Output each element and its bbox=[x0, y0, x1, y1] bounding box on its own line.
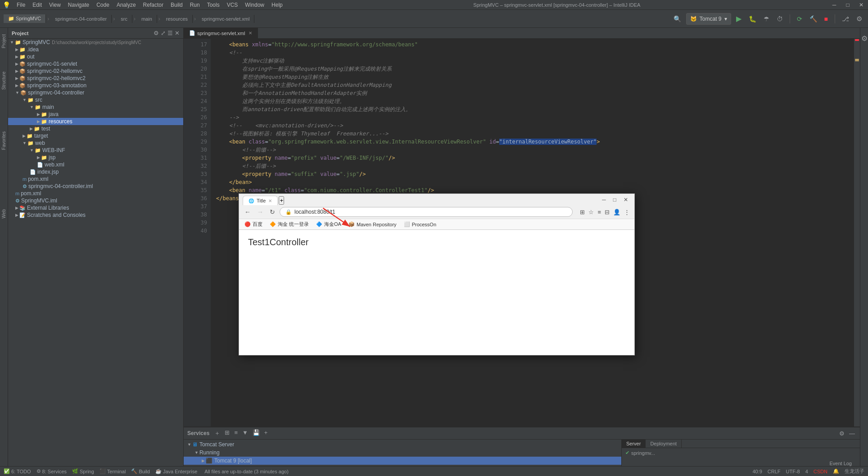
cast-button[interactable]: ⊞ bbox=[579, 208, 586, 216]
tree-item-s03[interactable]: ▶ 📦 springmvc-03-annotation bbox=[8, 82, 183, 89]
tree-item-s02[interactable]: ▶ 📦 springmvc-02-hellomvc bbox=[8, 67, 183, 75]
tab-close-icon[interactable]: ✕ bbox=[249, 31, 252, 36]
svc-tomcat9-local[interactable]: ▶ ⬛ Tomcat 9 [local] bbox=[184, 457, 621, 465]
cursor-position[interactable]: 40:9 bbox=[752, 469, 762, 474]
browser-close[interactable]: ✕ bbox=[621, 197, 631, 203]
bookmark-maven[interactable]: 📦 Maven Repository bbox=[347, 220, 398, 228]
menu-navigate[interactable]: Navigate bbox=[64, 1, 93, 9]
tree-item-test[interactable]: ▶ 📁 test bbox=[8, 125, 183, 132]
tree-item-pom2[interactable]: m pom.xml bbox=[8, 190, 183, 197]
maximize-button[interactable]: □ bbox=[841, 0, 854, 10]
browser-active-tab[interactable]: 🌐 Title ✕ bbox=[243, 196, 278, 205]
bookmark-processon[interactable]: ⬜ ProcessOn bbox=[402, 220, 438, 228]
menu-run[interactable]: Run bbox=[186, 1, 203, 9]
tree-item-pom1[interactable]: m pom.xml bbox=[8, 175, 183, 183]
close-button[interactable]: ✕ bbox=[854, 0, 868, 10]
editor-tab-springmvc-servlet[interactable]: 📄 springmvc-servlet.xml ✕ bbox=[184, 28, 258, 38]
browser-tab-close[interactable]: ✕ bbox=[268, 198, 272, 203]
tree-item-webinf[interactable]: ▼ 📁 WEB-INF bbox=[8, 147, 183, 154]
web-label[interactable]: Web bbox=[0, 207, 7, 221]
project-tab[interactable]: 📁 SpringMVC bbox=[4, 14, 46, 23]
project-panel-label[interactable]: Project bbox=[0, 31, 7, 51]
tree-item-src[interactable]: ▼ 📁 src bbox=[8, 96, 183, 103]
search-everywhere-button[interactable]: 🔍 bbox=[671, 14, 683, 24]
indent-size[interactable]: 4 bbox=[805, 469, 808, 474]
breadcrumb-file[interactable]: springmvc-servlet.xml bbox=[197, 15, 254, 23]
reload-button[interactable]: ↻ bbox=[268, 207, 277, 216]
line-ending[interactable]: CRLF bbox=[768, 469, 781, 474]
svc-settings-btn[interactable]: ⚙ bbox=[838, 430, 846, 437]
todo-label[interactable]: ✅ 6: TODO bbox=[4, 468, 31, 474]
tree-item-target[interactable]: ▶ 📁 target bbox=[8, 132, 183, 139]
menu-build[interactable]: Build bbox=[167, 1, 186, 9]
breadcrumb-module[interactable]: springmvc-04-controller bbox=[50, 15, 112, 23]
tree-item-extlib[interactable]: ▶ 📚 External Libraries bbox=[8, 204, 183, 211]
bookmark-haijin[interactable]: 🔷 海金OA bbox=[314, 220, 343, 229]
menu-edit[interactable]: Edit bbox=[29, 1, 45, 9]
menu-window[interactable]: Window bbox=[241, 1, 268, 9]
notification-icon[interactable]: 🔔 bbox=[833, 468, 839, 474]
sidebar-settings-icon[interactable]: ⚙ bbox=[154, 30, 159, 36]
tree-item-jsp[interactable]: ▶ 📁 jsp bbox=[8, 154, 183, 161]
tree-item-s02b[interactable]: ▶ 📦 springmvc-02-hellomvc2 bbox=[8, 75, 183, 82]
breadcrumb-main[interactable]: main bbox=[137, 15, 157, 23]
svc-add-btn[interactable]: ＋ bbox=[213, 429, 222, 438]
terminal-label[interactable]: ⬛ Terminal bbox=[99, 468, 126, 474]
menu-vcs[interactable]: VCS bbox=[223, 1, 242, 9]
breadcrumb-resources[interactable]: resources bbox=[162, 15, 193, 23]
svc-plus-btn[interactable]: + bbox=[263, 429, 269, 438]
sidebar-close-icon[interactable]: ✕ bbox=[175, 30, 180, 36]
services-status-label[interactable]: ⚙ 8: Services bbox=[36, 468, 67, 474]
bookmark-button[interactable]: ☆ bbox=[588, 208, 595, 216]
address-bar[interactable]: 🔒 localhost:8080/t1 bbox=[280, 207, 573, 217]
deploy-tab-deployment[interactable]: Deployment bbox=[646, 440, 682, 448]
git-button[interactable]: ⎇ bbox=[840, 14, 851, 24]
new-tab-button[interactable]: + bbox=[279, 196, 284, 205]
encoding[interactable]: UTF-8 bbox=[786, 469, 800, 474]
back-button[interactable]: ← bbox=[243, 207, 253, 216]
update-button[interactable]: ⟳ bbox=[795, 14, 805, 24]
split-screen-button[interactable]: ⊟ bbox=[604, 208, 610, 216]
breadcrumb-src[interactable]: src bbox=[116, 15, 132, 23]
java-enterprise-label[interactable]: ☕ Java Enterprise bbox=[155, 468, 197, 474]
tree-item-web[interactable]: ▼ 📁 web bbox=[8, 139, 183, 147]
menu-view[interactable]: View bbox=[45, 1, 64, 9]
coverage-button[interactable]: ☂ bbox=[761, 14, 772, 24]
tree-root[interactable]: ▼ 📁 SpringMVC D:\chaochao\work\projects\… bbox=[8, 39, 183, 46]
build-label[interactable]: 🔨 Build bbox=[131, 468, 149, 474]
settings-button[interactable]: ⚙ bbox=[854, 13, 864, 24]
tree-item-iml1[interactable]: ⚙ springmvc-04-controller.iml bbox=[8, 183, 183, 190]
forward-button[interactable]: → bbox=[255, 207, 265, 216]
tomcat-run-config[interactable]: 🐱 Tomcat 9 ▾ bbox=[686, 13, 731, 25]
favorites-label[interactable]: Favorites bbox=[0, 129, 7, 153]
stop-button[interactable]: ■ bbox=[822, 14, 830, 24]
spring-label[interactable]: 🌿 Spring bbox=[72, 468, 94, 474]
minimize-button[interactable]: ─ bbox=[827, 0, 841, 10]
profile-button[interactable]: 👤 bbox=[612, 208, 621, 216]
deploy-tab-server[interactable]: Server bbox=[622, 440, 646, 448]
tree-item-resources[interactable]: ▶ 📁 resources bbox=[8, 118, 183, 125]
tree-item-scratches[interactable]: ▶ 📝 Scratches and Consoles bbox=[8, 211, 183, 219]
tree-item-indexjsp[interactable]: 📄 index.jsp bbox=[8, 168, 183, 175]
menu-analyze[interactable]: Analyze bbox=[113, 1, 140, 9]
tab-search-button[interactable]: ≡ bbox=[597, 208, 602, 216]
tree-item-springmvciml[interactable]: ⚙ SpringMVC.iml bbox=[8, 197, 183, 204]
browser-restore[interactable]: □ bbox=[610, 197, 619, 203]
bookmark-baidu[interactable]: 🔴 百度 bbox=[243, 220, 264, 229]
tree-item-idea[interactable]: ▶ 📁 .idea bbox=[8, 46, 183, 53]
build-button[interactable]: 🔨 bbox=[807, 14, 819, 24]
debug-button[interactable]: 🐛 bbox=[746, 14, 759, 24]
browser-minimize[interactable]: ─ bbox=[599, 197, 609, 203]
svc-filter-btn[interactable]: ▼ bbox=[241, 429, 249, 438]
run-button[interactable]: ▶ bbox=[734, 13, 744, 24]
profile-button[interactable]: ⏱ bbox=[774, 14, 785, 24]
svc-running[interactable]: ▼ Running bbox=[184, 449, 621, 457]
svc-save-btn[interactable]: 💾 bbox=[251, 429, 261, 438]
menu-refactor[interactable]: Refactor bbox=[140, 1, 167, 9]
bookmark-taojin[interactable]: 🔶 淘金 统一登录 bbox=[268, 220, 311, 229]
menu-file[interactable]: File bbox=[13, 1, 29, 9]
svc-group-btn[interactable]: ≡ bbox=[233, 429, 239, 438]
tree-item-main[interactable]: ▼ 📁 main bbox=[8, 103, 183, 111]
tree-item-java[interactable]: ▶ 📁 java bbox=[8, 111, 183, 118]
svc-layout-btn[interactable]: ⊞ bbox=[223, 429, 231, 438]
